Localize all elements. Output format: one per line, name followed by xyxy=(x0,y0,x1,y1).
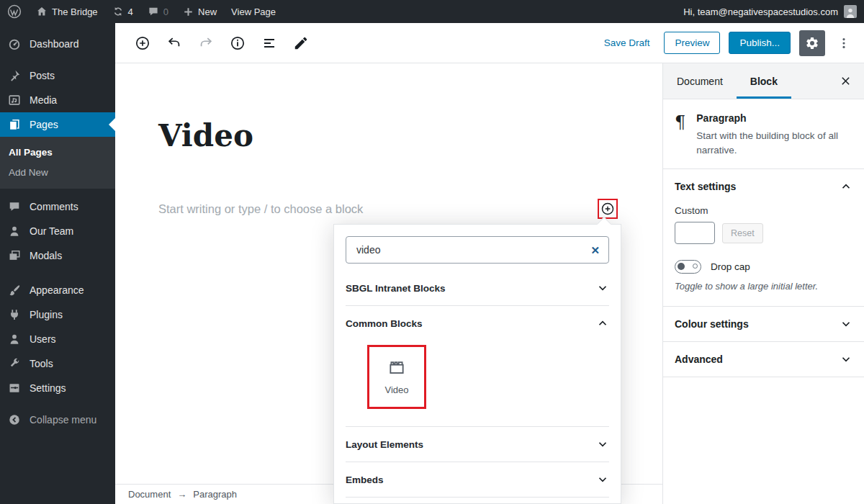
wrench-icon xyxy=(7,357,22,370)
add-block-button[interactable] xyxy=(599,200,616,217)
sidebar-item-dashboard[interactable]: Dashboard xyxy=(0,32,115,56)
toggle-thumb xyxy=(678,263,685,270)
wordpress-logo-menu[interactable] xyxy=(0,0,29,23)
clear-search-icon[interactable]: ✕ xyxy=(590,245,600,256)
sidebar-item-comments[interactable]: Comments xyxy=(0,194,115,219)
sidebar-label: Posts xyxy=(30,70,55,81)
publish-button[interactable]: Publish... xyxy=(729,32,791,54)
settings-gear-button[interactable] xyxy=(799,30,825,56)
person-icon xyxy=(7,225,22,238)
active-menu-arrow xyxy=(109,118,115,131)
sidebar-item-plugins[interactable]: Plugins xyxy=(0,302,115,327)
comment-bubble-icon xyxy=(148,6,159,17)
common-blocks-items: Video xyxy=(334,341,621,426)
post-title[interactable]: Video xyxy=(158,118,253,153)
breadcrumb-root[interactable]: Document xyxy=(128,489,171,500)
plus-icon xyxy=(183,6,194,17)
block-card-description: Start with the building block of all nar… xyxy=(696,129,849,157)
block-inserter-popup: ✕ SBGL Intranet Blocks Common Blocks Vid… xyxy=(333,224,621,504)
block-search-input[interactable] xyxy=(346,236,609,264)
sidebar-label: Collapse menu xyxy=(30,414,96,426)
block-card-title: Paragraph xyxy=(696,112,849,124)
updates-count: 4 xyxy=(128,6,133,17)
sidebar-item-media[interactable]: Media xyxy=(0,88,115,112)
reset-button[interactable]: Reset xyxy=(722,223,763,243)
drop-cap-label: Drop cap xyxy=(711,261,750,272)
save-draft-button[interactable]: Save Draft xyxy=(598,33,656,53)
sidebar-label: Appearance xyxy=(30,284,84,296)
advanced-header[interactable]: Advanced xyxy=(663,342,864,377)
section-embeds[interactable]: Embeds xyxy=(334,462,621,497)
tab-block[interactable]: Block xyxy=(737,63,791,99)
user-greeting[interactable]: Hi, team@negativespacestudios.com xyxy=(683,6,838,17)
block-placeholder-text[interactable]: Start writing or type / to choose a bloc… xyxy=(158,202,363,216)
edit-mode-button[interactable] xyxy=(288,30,314,56)
editor-tools xyxy=(115,30,314,56)
custom-size-input[interactable] xyxy=(675,222,715,244)
sidebar-item-appearance[interactable]: Appearance xyxy=(0,278,115,302)
sidebar-item-settings[interactable]: Settings xyxy=(0,376,115,400)
chevron-down-icon xyxy=(840,318,852,330)
colour-settings-panel: Colour settings xyxy=(663,307,864,342)
block-navigation-button[interactable] xyxy=(256,30,282,56)
submenu-all-pages[interactable]: All Pages xyxy=(0,142,115,162)
tab-document[interactable]: Document xyxy=(663,63,737,99)
section-layout-elements[interactable]: Layout Elements xyxy=(334,427,621,462)
sidebar-label: Plugins xyxy=(30,309,63,320)
site-name-link[interactable]: The Bridge xyxy=(29,0,105,23)
text-settings-header[interactable]: Text settings xyxy=(663,169,864,204)
plug-icon xyxy=(7,308,22,321)
sidebar-item-tools[interactable]: Tools xyxy=(0,351,115,376)
updates-link[interactable]: 4 xyxy=(105,0,140,23)
wordpress-logo-icon xyxy=(7,4,22,19)
sidebar-item-pages[interactable]: Pages xyxy=(0,112,115,137)
user-icon xyxy=(7,333,22,346)
pages-icon xyxy=(7,118,22,131)
more-options-button[interactable] xyxy=(834,30,854,56)
sidebar-item-our-team[interactable]: Our Team xyxy=(0,219,115,243)
sidebar-label: Users xyxy=(30,333,56,345)
block-inserter-button[interactable] xyxy=(130,30,156,56)
video-block-label: Video xyxy=(384,384,408,395)
pushpin-icon xyxy=(7,69,22,82)
section-common-blocks[interactable]: Common Blocks xyxy=(334,306,621,341)
comments-count: 0 xyxy=(163,6,168,17)
sidebar-item-users[interactable]: Users xyxy=(0,327,115,351)
custom-size-label: Custom xyxy=(675,205,852,216)
colour-settings-header[interactable]: Colour settings xyxy=(663,307,864,341)
admin-bar-right: Hi, team@negativespacestudios.com xyxy=(683,0,864,23)
avatar[interactable] xyxy=(844,5,857,18)
undo-button[interactable] xyxy=(161,30,187,56)
pages-submenu: All Pages Add New xyxy=(0,137,115,189)
drop-cap-toggle[interactable] xyxy=(675,260,701,274)
sidebar-item-collapse-menu[interactable]: Collapse menu xyxy=(0,408,115,432)
admin-bar-left: The Bridge 4 0 New View P xyxy=(0,0,283,23)
gallery-icon xyxy=(7,249,22,262)
chevron-down-icon xyxy=(596,438,609,451)
inserter-annotation-box xyxy=(598,199,618,219)
chevron-down-icon xyxy=(840,353,852,366)
sidebar-label: Modals xyxy=(30,250,62,261)
brush-icon xyxy=(7,284,22,297)
sidebar-item-modals[interactable]: Modals xyxy=(0,243,115,268)
close-sidebar-button[interactable] xyxy=(832,63,858,99)
text-settings-panel: Text settings Custom Reset Drop cap xyxy=(663,169,864,307)
view-page-link[interactable]: View Page xyxy=(224,0,283,23)
section-sbgl-intranet-blocks[interactable]: SBGL Intranet Blocks xyxy=(334,271,621,305)
sidebar-label: Settings xyxy=(30,382,66,394)
submenu-add-new[interactable]: Add New xyxy=(0,162,115,182)
comments-link[interactable]: 0 xyxy=(140,0,176,23)
drop-cap-help-text: Toggle to show a large initial letter. xyxy=(675,281,852,292)
text-settings-title: Text settings xyxy=(675,181,736,192)
sidebar-item-posts[interactable]: Posts xyxy=(0,63,115,88)
chevron-down-icon xyxy=(596,282,609,294)
empty-paragraph-block[interactable]: Start writing or type / to choose a bloc… xyxy=(158,199,618,219)
chevron-up-icon xyxy=(840,180,852,193)
preview-button[interactable]: Preview xyxy=(664,32,720,54)
settings-sidebar: Document Block ¶ Paragraph Start with th… xyxy=(662,63,864,504)
content-structure-button[interactable] xyxy=(225,30,251,56)
redo-button[interactable] xyxy=(193,30,219,56)
new-content-menu[interactable]: New xyxy=(176,0,224,23)
video-block-option[interactable]: Video xyxy=(384,359,408,395)
media-icon xyxy=(7,94,22,107)
